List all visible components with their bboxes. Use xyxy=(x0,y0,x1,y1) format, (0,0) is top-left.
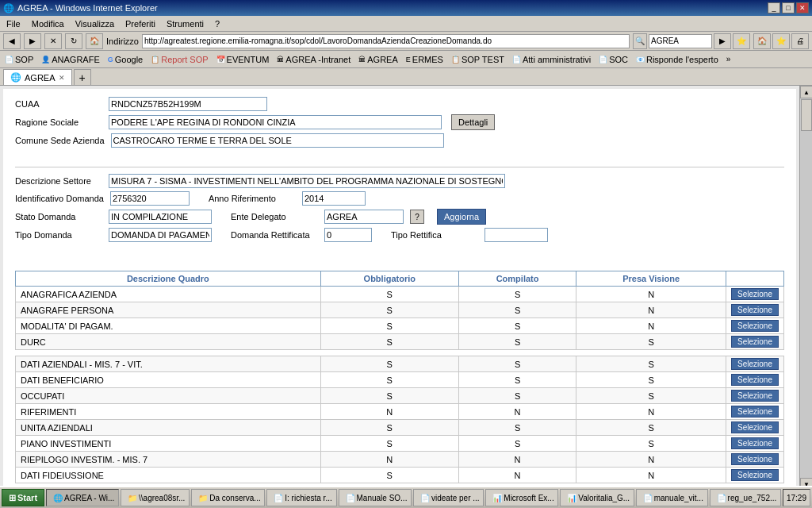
search-icon-btn[interactable]: 🔍 xyxy=(633,33,647,49)
taskbar-reg-ue[interactable]: 📄 reg_ue_752... xyxy=(710,489,781,506)
cell-obbligatorio: S xyxy=(320,302,458,318)
tipo-domanda-label: Tipo Domanda xyxy=(15,230,102,240)
fav-anagrafe[interactable]: 👤 ANAGRAFE xyxy=(38,54,103,65)
fav-ermes[interactable]: E ERMES xyxy=(403,54,446,65)
refresh-button[interactable]: ↻ xyxy=(65,33,82,49)
col-actions xyxy=(726,271,784,287)
tab-new[interactable]: + xyxy=(74,69,91,85)
selezione-button[interactable]: Selezione xyxy=(731,336,779,348)
back-button[interactable]: ◀ xyxy=(3,33,21,49)
print-button[interactable]: 🖨 xyxy=(791,33,809,49)
taskbar-videate-icon: 📄 xyxy=(420,494,430,502)
fav-esperto[interactable]: 📧 Risponde l'esperto xyxy=(633,54,722,65)
taskbar-manuale-vit[interactable]: 📄 manuale_vit... xyxy=(636,489,708,506)
address-input[interactable] xyxy=(142,34,630,48)
fav-eventum[interactable]: 📅 EVENTUM xyxy=(213,54,273,65)
cell-action: Selezione xyxy=(726,468,784,483)
taskbar-richiesta[interactable]: 📄 I: richiesta r... xyxy=(266,489,336,506)
taskbar-clock: 17:29 xyxy=(783,489,810,506)
fav-agrea-label: AGREA xyxy=(367,55,398,64)
cell-obbligatorio: S xyxy=(320,372,458,388)
domanda-rettificata-input[interactable] xyxy=(324,228,372,242)
taskbar-manuale[interactable]: 📄 Manuale SO... xyxy=(339,489,412,506)
scroll-up-button[interactable]: ▲ xyxy=(800,86,812,98)
stop-button[interactable]: ✕ xyxy=(44,33,62,49)
cell-action: Selezione xyxy=(726,452,784,468)
fav-sop[interactable]: 📄 SOP xyxy=(2,54,36,65)
tab-agrea[interactable]: 🌐 AGREA ✕ xyxy=(3,69,72,85)
favorites-more[interactable]: » xyxy=(723,54,734,64)
menu-file[interactable]: File xyxy=(2,18,25,29)
taskbar-agrea08[interactable]: 📁 \\agrea08sr... xyxy=(121,489,190,506)
refresh-fav-button[interactable]: ⭐ xyxy=(733,33,750,49)
fav-sop-test[interactable]: 📋 SOP TEST xyxy=(448,54,508,65)
fav-soc-label: SOC xyxy=(609,55,628,64)
cell-descrizione: ANAGRAFE PERSONA xyxy=(16,302,321,318)
tab-agrea-close[interactable]: ✕ xyxy=(59,74,65,82)
selezione-button[interactable]: Selezione xyxy=(731,469,779,481)
menu-modifica[interactable]: Modifica xyxy=(27,18,69,29)
cell-presa-visione: N xyxy=(576,318,726,334)
aggiorna-button[interactable]: Aggiorna xyxy=(437,209,486,225)
fav-agrea[interactable]: 🏛 AGREA xyxy=(355,54,401,65)
stato-domanda-input[interactable] xyxy=(109,210,212,224)
taskbar-conserva[interactable]: 📁 Da conserva... xyxy=(191,489,265,506)
comune-input[interactable] xyxy=(111,133,444,148)
fav-agrea-intranet[interactable]: 🏛 AGREA -Intranet xyxy=(274,54,354,65)
scroll-thumb[interactable] xyxy=(801,99,812,131)
selezione-button[interactable]: Selezione xyxy=(731,358,779,370)
cuaa-input[interactable] xyxy=(109,97,267,111)
taskbar-videate[interactable]: 📄 videate per ... xyxy=(413,489,484,506)
selezione-button[interactable]: Selezione xyxy=(731,453,779,465)
start-button[interactable]: ⊞ Start xyxy=(2,489,44,506)
cell-presa-visione: S xyxy=(576,356,726,372)
fav-google[interactable]: G Google xyxy=(105,54,147,65)
descrizione-settore-input[interactable] xyxy=(109,174,505,188)
search-input[interactable] xyxy=(649,34,712,48)
menu-visualizza[interactable]: Visualizza xyxy=(71,18,119,29)
cell-descrizione: PIANO INVESTIMENTI xyxy=(16,436,321,452)
minimize-button[interactable]: _ xyxy=(768,2,780,13)
vertical-scrollbar[interactable]: ▲ ▼ xyxy=(799,86,812,491)
selezione-button[interactable]: Selezione xyxy=(731,406,779,418)
dettagli-button[interactable]: Dettagli xyxy=(451,114,495,130)
search-go-button[interactable]: ▶ xyxy=(714,33,731,49)
ragione-sociale-input[interactable] xyxy=(109,115,442,129)
forward-button[interactable]: ▶ xyxy=(24,33,41,49)
table-row: MODALITA' DI PAGAM. S S N Selezione xyxy=(16,318,784,334)
selezione-button[interactable]: Selezione xyxy=(731,421,779,433)
ente-delegato-input[interactable] xyxy=(324,210,404,224)
taskbar: ⊞ Start 🌐 AGREA - Wi... 📁 \\agrea08sr...… xyxy=(0,486,812,508)
selezione-button[interactable]: Selezione xyxy=(731,374,779,386)
menu-preferiti[interactable]: Preferiti xyxy=(121,18,160,29)
selezione-button[interactable]: Selezione xyxy=(731,437,779,449)
taskbar-valoritalia[interactable]: 📊 Valoritalia_G... xyxy=(560,489,634,506)
taskbar-agrea[interactable]: 🌐 AGREA - Wi... xyxy=(46,489,119,506)
table-row: ANAGRAFE PERSONA S S N Selezione xyxy=(16,302,784,318)
tipo-domanda-input[interactable] xyxy=(109,228,212,242)
fav-atti[interactable]: 📄 Atti amministrativi xyxy=(509,54,594,65)
home-button[interactable]: 🏠 xyxy=(86,33,103,49)
id-domanda-input[interactable] xyxy=(110,191,190,206)
menu-strumenti[interactable]: Strumenti xyxy=(162,18,209,29)
selezione-button[interactable]: Selezione xyxy=(731,390,779,402)
star-button[interactable]: ⭐ xyxy=(772,33,790,49)
selezione-button[interactable]: Selezione xyxy=(731,320,779,332)
tipo-rettifica-input[interactable] xyxy=(485,228,548,242)
home-nav-button[interactable]: 🏠 xyxy=(753,33,771,49)
close-button[interactable]: ✕ xyxy=(796,2,809,13)
anno-rif-input[interactable] xyxy=(302,191,366,206)
cell-presa-visione: S xyxy=(576,334,726,350)
scroll-track[interactable] xyxy=(800,98,812,478)
selezione-button[interactable]: Selezione xyxy=(731,288,779,300)
fav-soc[interactable]: 📄 SOC xyxy=(596,54,631,65)
descrizione-settore-label: Descrizione Settore xyxy=(15,176,102,186)
cell-compilato: S xyxy=(458,356,576,372)
maximize-button[interactable]: □ xyxy=(782,2,795,13)
menu-help[interactable]: ? xyxy=(210,18,224,29)
ente-help-button[interactable]: ? xyxy=(410,210,424,224)
cell-presa-visione: S xyxy=(576,388,726,404)
selezione-button[interactable]: Selezione xyxy=(731,304,779,316)
taskbar-excel[interactable]: 📊 Microsoft Ex... xyxy=(485,489,558,506)
fav-report-sop[interactable]: 📋 Report SOP xyxy=(147,54,211,65)
